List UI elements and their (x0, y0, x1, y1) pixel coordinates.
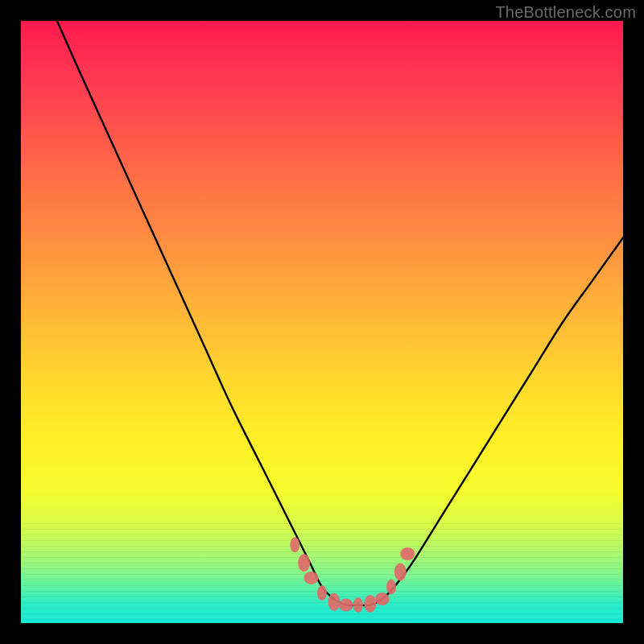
plot-area (21, 21, 623, 623)
watermark-text: TheBottleneck.com (495, 3, 636, 22)
highlight-dots (290, 537, 415, 613)
highlight-dot (353, 597, 363, 613)
highlight-dot (304, 572, 319, 584)
highlight-dot (386, 580, 396, 595)
bottleneck-curve (57, 21, 623, 605)
curve-layer (21, 21, 623, 623)
highlight-dot (317, 585, 327, 601)
highlight-dot (339, 599, 353, 612)
chart-frame: TheBottleneck.com (0, 0, 644, 644)
highlight-dot (364, 595, 376, 613)
highlight-dot (400, 547, 415, 560)
highlight-dot (328, 593, 340, 611)
highlight-dot (290, 537, 299, 552)
highlight-dot (375, 592, 390, 605)
highlight-dot (298, 554, 310, 572)
highlight-dot (394, 563, 407, 580)
